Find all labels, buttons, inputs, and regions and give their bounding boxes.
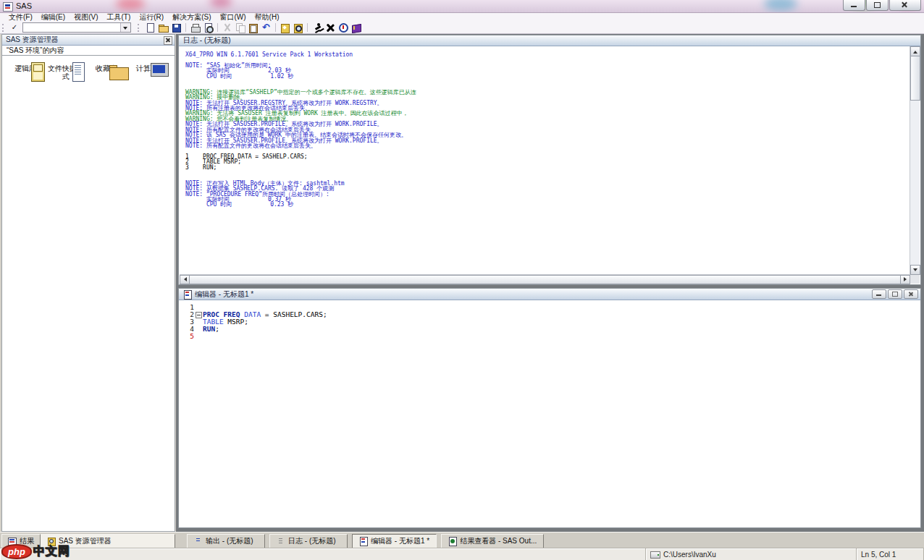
separator[interactable] bbox=[216, 22, 220, 33]
command-dropdown-button[interactable] bbox=[120, 23, 130, 32]
print-icon[interactable] bbox=[190, 22, 201, 33]
cut-icon[interactable] bbox=[222, 22, 233, 33]
code-fold-icon[interactable] bbox=[194, 311, 203, 318]
scroll-thumb[interactable] bbox=[910, 56, 920, 101]
editor-minimize-button[interactable] bbox=[872, 289, 886, 299]
menu-item[interactable]: 运行(R) bbox=[135, 13, 168, 22]
minimize-icon bbox=[851, 6, 857, 7]
maximize-button[interactable] bbox=[866, 0, 889, 11]
new-document-icon[interactable] bbox=[145, 22, 156, 33]
status-message-area bbox=[0, 548, 646, 560]
toolbar-grip[interactable] bbox=[138, 24, 141, 32]
break-icon[interactable] bbox=[324, 22, 336, 33]
separator[interactable] bbox=[184, 22, 188, 33]
log-line bbox=[185, 170, 910, 175]
log-vertical-scrollbar[interactable] bbox=[910, 46, 920, 275]
log-line: WARNING: 连接逻辑库“SASHELP”中指定的一个或多个逻辑库不存在。这… bbox=[185, 90, 910, 95]
explorer-panel-title: SAS 资源管理器 bbox=[2, 35, 175, 46]
log-window-title: 日志 - (无标题) bbox=[183, 35, 920, 46]
toolbar-grip[interactable] bbox=[2, 24, 6, 32]
explorer-magnifier-icon[interactable] bbox=[293, 22, 304, 33]
php-cn-watermark: php 中文网 bbox=[1, 543, 70, 559]
scroll-down-icon[interactable] bbox=[910, 265, 920, 275]
editor-line[interactable]: 3TABLE MSRP; bbox=[182, 318, 920, 326]
editor-content[interactable]: 12PROC FREQ DATA = SASHELP.CARS;3TABLE M… bbox=[180, 300, 920, 527]
log-window-titlebar[interactable]: 日志 - (无标题) bbox=[179, 35, 920, 46]
titlebar-decoration bbox=[210, 0, 232, 7]
cursor-position-text: Ln 5, Col 1 bbox=[861, 551, 896, 559]
window-tab[interactable]: 编辑器 - 无标题1 * bbox=[352, 534, 437, 548]
window-tab[interactable]: 结果查看器 - SAS Out... bbox=[441, 534, 544, 548]
minimize-button[interactable] bbox=[843, 0, 865, 11]
save-icon[interactable] bbox=[171, 22, 182, 33]
log-line: CPU 时间 1.02 秒 bbox=[185, 74, 910, 79]
window-tab[interactable]: 输出 - (无标题) bbox=[187, 534, 265, 548]
close-button[interactable] bbox=[889, 0, 921, 11]
line-number: 5 bbox=[182, 333, 194, 340]
explorer-item[interactable]: 文件快捷方式 bbox=[46, 62, 86, 80]
log-line: NOTE: “SAS 初始化”所用时间: bbox=[185, 63, 910, 68]
watermark-text: 中文网 bbox=[33, 544, 70, 559]
explorer-item[interactable]: 逻辑库 bbox=[5, 62, 46, 80]
editor-line[interactable]: 4RUN; bbox=[182, 326, 920, 333]
main-area: SAS 资源管理器 “SAS 环境”的内容 逻辑库 文件快捷方式 bbox=[0, 34, 924, 532]
working-directory[interactable]: C:\Users\IvanXu bbox=[646, 548, 857, 560]
menu-item[interactable]: 帮助(H) bbox=[251, 13, 284, 22]
log-content[interactable]: X64_7PRO WIN 6.1.7601 Service Pack 1 Wor… bbox=[180, 46, 910, 275]
editor-window-titlebar[interactable]: 编辑器 - 无标题1 * bbox=[179, 289, 920, 300]
editor-line[interactable]: 5 bbox=[182, 333, 920, 340]
status-bar: C:\Users\IvanXu Ln 5, Col 1 bbox=[0, 548, 924, 560]
titlebar-decoration bbox=[116, 0, 145, 10]
open-icon[interactable] bbox=[158, 22, 169, 33]
working-directory-path: C:\Users\IvanXu bbox=[663, 551, 716, 559]
fold-gutter bbox=[194, 304, 203, 311]
attention-icon[interactable] bbox=[337, 22, 349, 33]
editor-line[interactable]: 2PROC FREQ DATA = SASHELP.CARS; bbox=[182, 311, 920, 318]
scroll-thumb[interactable] bbox=[189, 275, 901, 284]
log-horizontal-scrollbar[interactable] bbox=[180, 274, 910, 284]
editor-restore-button[interactable] bbox=[888, 289, 902, 299]
command-check-button[interactable]: ✓ bbox=[9, 23, 20, 33]
editor-close-button[interactable] bbox=[904, 289, 918, 299]
log-line: NOTE: “PROCEDURE FREQ”所用时间（总处理时间）: bbox=[185, 192, 910, 197]
log-line bbox=[185, 79, 910, 84]
menu-item[interactable]: 工具(T) bbox=[102, 13, 135, 22]
paste-icon[interactable] bbox=[248, 22, 259, 33]
log-line: X64_7PRO WIN 6.1.7601 Service Pack 1 Wor… bbox=[185, 52, 910, 57]
explorer-contents-header: “SAS 环境”的内容 bbox=[2, 46, 175, 56]
copy-icon[interactable] bbox=[235, 22, 246, 33]
sas-application-window: SAS 文件(F)编辑(E)视图(V)工具(T)运行(R)解决方案(S)窗口(W… bbox=[0, 0, 924, 560]
separator[interactable] bbox=[274, 22, 278, 33]
output-ti bbox=[194, 537, 203, 546]
window-title: SAS bbox=[16, 1, 32, 10]
panel-close-icon[interactable] bbox=[164, 36, 172, 45]
menu-item[interactable]: 文件(F) bbox=[4, 13, 37, 22]
window-tab-label: 日志 - (无标题) bbox=[288, 536, 336, 546]
titlebar-decoration bbox=[764, 0, 797, 11]
fold-gutter bbox=[194, 326, 203, 333]
command-combobox[interactable] bbox=[22, 22, 131, 33]
explorer-item[interactable]: 计算机 bbox=[127, 62, 167, 80]
menu-item[interactable]: 视图(V) bbox=[70, 13, 102, 22]
menu-item[interactable]: 解决方案(S) bbox=[168, 13, 215, 22]
explorer-item[interactable]: 收藏夹 bbox=[86, 62, 127, 80]
php-logo: php bbox=[1, 544, 32, 559]
command-input[interactable] bbox=[24, 23, 121, 31]
undo-icon[interactable] bbox=[261, 22, 272, 33]
viewer-ti bbox=[448, 537, 457, 546]
scroll-right-icon[interactable] bbox=[900, 275, 910, 284]
scroll-up-icon[interactable] bbox=[910, 46, 920, 56]
help-icon[interactable] bbox=[350, 22, 362, 33]
print-preview-icon[interactable] bbox=[203, 22, 214, 33]
mdi-workspace: 日志 - (无标题) X64_7PRO WIN 6.1.7601 Service… bbox=[176, 34, 924, 532]
window-tabs: 输出 - (无标题) 日志 - (无标题) 编辑器 - 无标题1 * 结果查看器… bbox=[187, 533, 921, 548]
menu-item[interactable]: 窗口(W) bbox=[215, 13, 250, 22]
separator[interactable] bbox=[306, 22, 310, 33]
new-library-icon[interactable] bbox=[280, 22, 291, 33]
scroll-left-icon[interactable] bbox=[180, 275, 190, 284]
window-tab[interactable]: 日志 - (无标题) bbox=[269, 534, 348, 548]
log-ti bbox=[277, 537, 285, 546]
menu-item[interactable]: 编辑(E) bbox=[37, 13, 70, 22]
editor-ti bbox=[359, 537, 368, 546]
submit-icon[interactable] bbox=[311, 22, 323, 33]
